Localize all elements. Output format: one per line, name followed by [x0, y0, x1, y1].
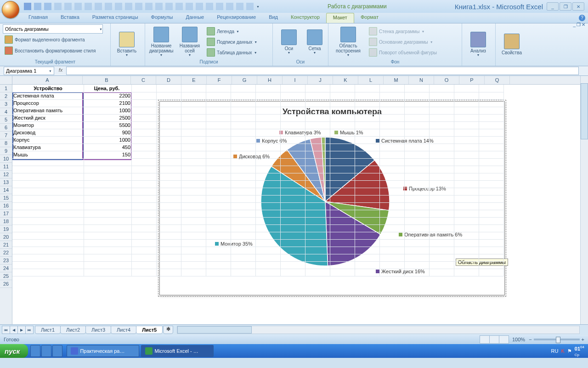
- cell[interactable]: [254, 129, 281, 137]
- cell[interactable]: [477, 151, 504, 159]
- cell[interactable]: [328, 85, 355, 92]
- cell[interactable]: [328, 151, 355, 159]
- cell[interactable]: [12, 166, 84, 173]
- cell[interactable]: [180, 269, 206, 276]
- cell[interactable]: [428, 166, 454, 173]
- cell[interactable]: [353, 239, 380, 247]
- cell[interactable]: [403, 114, 430, 122]
- cell[interactable]: [378, 114, 405, 122]
- cell[interactable]: [279, 144, 305, 151]
- start-button[interactable]: пуск: [0, 344, 28, 358]
- cell[interactable]: [428, 92, 454, 100]
- cell[interactable]: [353, 180, 380, 188]
- cell[interactable]: [328, 202, 355, 210]
- cell[interactable]: [279, 239, 305, 247]
- cell[interactable]: [180, 92, 206, 100]
- select-all-corner[interactable]: [0, 76, 12, 85]
- cell[interactable]: [82, 254, 132, 262]
- qat-icon[interactable]: [246, 3, 254, 10]
- cell[interactable]: [180, 180, 206, 188]
- cell[interactable]: [378, 99, 405, 107]
- save-icon[interactable]: [24, 3, 31, 10]
- cell[interactable]: [279, 166, 305, 173]
- cell[interactable]: [254, 158, 281, 166]
- col-header[interactable]: M: [384, 76, 409, 84]
- last-sheet-button[interactable]: ⏭: [25, 326, 34, 334]
- axes-button[interactable]: Оси▼: [276, 26, 302, 58]
- cell[interactable]: Дисковод: [12, 129, 84, 137]
- cell[interactable]: [155, 210, 181, 218]
- cell[interactable]: [254, 121, 281, 129]
- cell[interactable]: [82, 239, 132, 247]
- cell[interactable]: [279, 99, 305, 107]
- cell[interactable]: [180, 121, 206, 129]
- fx-icon[interactable]: fx: [57, 67, 64, 75]
- cell[interactable]: [130, 261, 157, 269]
- undo-icon[interactable]: [34, 3, 41, 10]
- cell[interactable]: [328, 180, 355, 188]
- cell[interactable]: [452, 202, 479, 210]
- cell[interactable]: [12, 217, 84, 225]
- cell[interactable]: [229, 188, 256, 196]
- cell[interactable]: [254, 85, 281, 92]
- cell[interactable]: [82, 261, 132, 269]
- qat-icon[interactable]: [155, 3, 163, 10]
- cell[interactable]: [428, 121, 454, 129]
- cell[interactable]: [155, 129, 181, 137]
- cell[interactable]: Системная плата: [12, 92, 84, 100]
- cell[interactable]: [353, 166, 380, 173]
- cell[interactable]: [477, 144, 504, 151]
- chart-title-button[interactable]: Название диаграммы▼: [148, 26, 175, 58]
- cell[interactable]: [428, 107, 454, 115]
- qat-icon[interactable]: [236, 3, 243, 10]
- cell[interactable]: [428, 188, 454, 196]
- cell[interactable]: [229, 217, 256, 225]
- cell[interactable]: [452, 173, 479, 181]
- cell[interactable]: [130, 224, 157, 232]
- cell[interactable]: [378, 158, 405, 166]
- cell[interactable]: [428, 180, 454, 188]
- cell[interactable]: [279, 188, 305, 196]
- cell[interactable]: [229, 247, 256, 254]
- cell[interactable]: [477, 269, 504, 276]
- cell[interactable]: [130, 180, 157, 188]
- cell[interactable]: [254, 144, 281, 151]
- cell[interactable]: [155, 151, 181, 159]
- cell[interactable]: [403, 239, 430, 247]
- row-header[interactable]: 25: [0, 272, 12, 280]
- cell[interactable]: [452, 180, 479, 188]
- cell[interactable]: [254, 92, 281, 100]
- cell[interactable]: [304, 99, 330, 107]
- cell[interactable]: Корпус: [12, 136, 84, 144]
- cell[interactable]: [403, 247, 430, 254]
- tab-вставка[interactable]: Вставка: [54, 13, 86, 23]
- cell[interactable]: [403, 224, 430, 232]
- cell[interactable]: [130, 269, 157, 276]
- cell[interactable]: [328, 121, 355, 129]
- cell[interactable]: [403, 173, 430, 181]
- chart-element-selector[interactable]: Область диаграммы▼: [3, 24, 103, 34]
- cell[interactable]: [353, 107, 380, 115]
- cell[interactable]: [353, 144, 380, 151]
- cell[interactable]: [229, 151, 256, 159]
- cell[interactable]: [155, 166, 181, 173]
- cell[interactable]: [180, 85, 206, 92]
- cell[interactable]: [328, 188, 355, 196]
- cell[interactable]: [279, 151, 305, 159]
- redo-icon[interactable]: [44, 3, 51, 10]
- row-header[interactable]: 23: [0, 257, 12, 264]
- cell[interactable]: [229, 99, 256, 107]
- cell[interactable]: [304, 269, 330, 276]
- row-header[interactable]: 3: [0, 100, 12, 108]
- cell[interactable]: [452, 114, 479, 122]
- cell[interactable]: [304, 173, 330, 181]
- cell[interactable]: [229, 144, 256, 151]
- cell[interactable]: [328, 254, 355, 262]
- cell[interactable]: [254, 239, 281, 247]
- office-button[interactable]: [2, 1, 19, 18]
- cell[interactable]: [82, 173, 132, 181]
- cell[interactable]: [180, 188, 206, 196]
- close-workbook-icon[interactable]: ✕: [582, 22, 585, 27]
- tab-разметка страницы[interactable]: Разметка страницы: [86, 13, 145, 23]
- cell[interactable]: [254, 217, 281, 225]
